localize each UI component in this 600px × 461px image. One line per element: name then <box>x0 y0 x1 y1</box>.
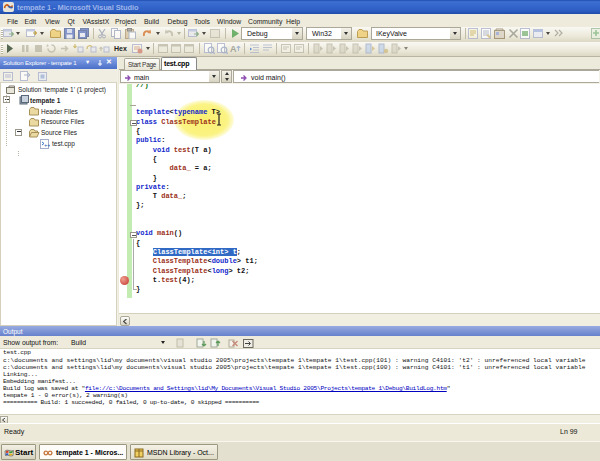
svg-text:A: A <box>230 44 237 54</box>
svg-text:++: ++ <box>44 142 50 149</box>
